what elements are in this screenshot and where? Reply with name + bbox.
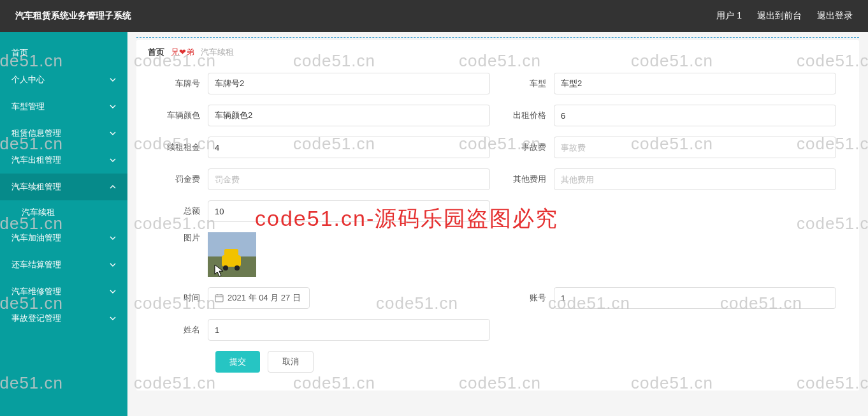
back-front-link[interactable]: 退出到前台 (757, 10, 802, 22)
label-rentprice: 出租价格 (505, 110, 554, 121)
chevron-down-icon (110, 315, 116, 322)
tab-current: 汽车续租 (201, 47, 234, 58)
plate-input[interactable] (208, 73, 490, 94)
sidebar-item-home[interactable]: 首页 (0, 40, 127, 66)
label-account: 账号 (505, 292, 554, 304)
app-title: 汽车租赁系统业务管理子系统 (15, 10, 131, 22)
sidebar-subitem-renew[interactable]: 汽车续租 (0, 200, 127, 225)
label-time: 时间 (159, 292, 208, 304)
label-plate: 车牌号 (159, 78, 208, 89)
sidebar-item-profile[interactable]: 个人中心 (0, 66, 127, 93)
label-color: 车辆颜色 (159, 110, 208, 121)
label-penalty: 罚金费 (159, 174, 208, 185)
total-input[interactable] (208, 200, 490, 222)
svg-point-6 (235, 265, 240, 271)
chevron-up-icon (110, 184, 116, 190)
svg-rect-7 (215, 295, 223, 302)
svg-point-5 (223, 265, 228, 271)
top-right: 用户 1 退出到前台 退出登录 (716, 10, 853, 22)
model-input[interactable] (554, 73, 836, 94)
label-model: 车型 (505, 78, 554, 89)
name-input[interactable] (208, 319, 490, 341)
logout-link[interactable]: 退出登录 (817, 10, 853, 22)
svg-rect-4 (224, 249, 238, 256)
chevron-down-icon (110, 262, 116, 268)
chevron-down-icon (110, 157, 116, 163)
sidebar: 首页 个人中心 车型管理 租赁信息管理 汽车出租管理 汽车续租管理 汽车续租 汽… (0, 32, 127, 416)
label-image: 图片 (159, 232, 208, 244)
sidebar-item-accident[interactable]: 事故登记管理 (0, 305, 127, 332)
tab-aux[interactable]: 兄❤弟 (171, 47, 194, 58)
renewfee-input[interactable] (208, 137, 490, 158)
user-label[interactable]: 用户 1 (716, 10, 742, 22)
sidebar-item-rent[interactable]: 汽车出租管理 (0, 147, 127, 174)
color-input[interactable] (208, 105, 490, 126)
cancel-button[interactable]: 取消 (268, 351, 314, 373)
image-upload[interactable] (208, 232, 256, 277)
tab-home[interactable]: 首页 (148, 47, 164, 58)
chevron-down-icon (110, 77, 116, 83)
calendar-icon (215, 293, 224, 302)
form: 车牌号 车型 车辆颜色 出租价格 续租租金 事故费 罚金费 其他费用 总额 图片… (136, 63, 859, 378)
sidebar-item-fuel[interactable]: 汽车加油管理 (0, 225, 127, 251)
date-value: 2021 年 04 月 27 日 (228, 292, 301, 304)
label-otherfee: 其他费用 (505, 174, 554, 185)
sidebar-item-repair[interactable]: 汽车维修管理 (0, 278, 127, 305)
date-input[interactable]: 2021 年 04 月 27 日 (208, 287, 310, 309)
svg-rect-3 (222, 255, 241, 267)
penalty-input[interactable] (208, 168, 490, 190)
tabs: 首页 兄❤弟 汽车续租 (136, 40, 859, 63)
chevron-down-icon (110, 103, 116, 110)
chevron-down-icon (110, 130, 116, 137)
otherfee-input[interactable] (554, 168, 836, 190)
sidebar-item-return[interactable]: 还车结算管理 (0, 251, 127, 278)
sidebar-item-rentinfo[interactable]: 租赁信息管理 (0, 120, 127, 147)
label-total: 总额 (159, 205, 208, 217)
sidebar-item-renew[interactable]: 汽车续租管理 (0, 174, 127, 200)
form-panel: 首页 兄❤弟 汽车续租 车牌号 车型 车辆颜色 出租价格 续租租金 事故费 罚金… (136, 40, 859, 390)
label-accfee: 事故费 (505, 142, 554, 153)
sidebar-item-model[interactable]: 车型管理 (0, 93, 127, 120)
label-name: 姓名 (159, 324, 208, 336)
top-bar: 汽车租赁系统业务管理子系统 用户 1 退出到前台 退出登录 (0, 0, 868, 32)
chevron-down-icon (110, 235, 116, 241)
label-renewfee: 续租租金 (159, 142, 208, 153)
account-input[interactable] (554, 287, 836, 309)
accfee-input[interactable] (554, 137, 836, 158)
main-content: 首页 兄❤弟 汽车续租 车牌号 车型 车辆颜色 出租价格 续租租金 事故费 罚金… (127, 32, 868, 416)
submit-button[interactable]: 提交 (215, 351, 260, 373)
rentprice-input[interactable] (554, 105, 836, 126)
chevron-down-icon (110, 288, 116, 295)
